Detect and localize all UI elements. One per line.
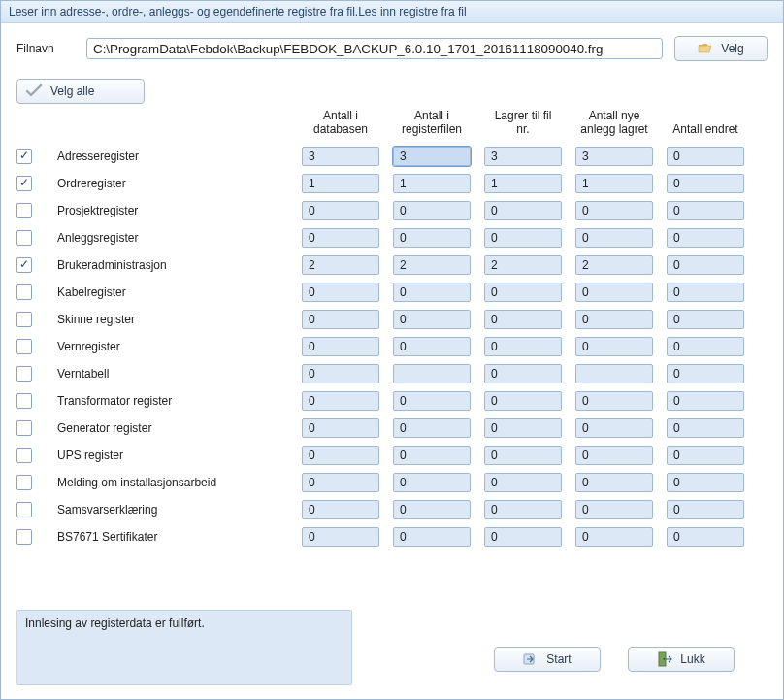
value-cell[interactable]: 0 (575, 473, 653, 492)
value-cell[interactable]: 0 (302, 337, 379, 356)
row-checkbox[interactable] (16, 230, 32, 246)
value-cell[interactable]: 0 (667, 255, 744, 275)
row-label: Kabelregister (57, 285, 288, 299)
value-cell[interactable]: 0 (302, 310, 379, 329)
value-cell[interactable]: 0 (393, 473, 471, 492)
value-cell[interactable]: 0 (667, 473, 744, 492)
value-cell[interactable]: 2 (575, 255, 653, 275)
row-checkbox[interactable] (16, 339, 32, 354)
value-cell[interactable]: 0 (667, 500, 744, 519)
row-checkbox[interactable] (16, 176, 32, 191)
value-cell[interactable]: 0 (667, 228, 744, 248)
browse-button[interactable]: Velg (674, 36, 768, 61)
value-cell[interactable]: 0 (575, 228, 653, 248)
value-cell[interactable]: 0 (667, 147, 744, 166)
value-cell[interactable]: 0 (302, 228, 379, 248)
row-label: Vernregister (57, 340, 288, 353)
value-cell[interactable]: 0 (667, 201, 744, 220)
value-cell[interactable]: 0 (484, 446, 562, 465)
row-checkbox[interactable] (16, 149, 32, 164)
value-cell[interactable]: 2 (302, 255, 379, 275)
value-cell[interactable]: 0 (302, 473, 379, 492)
value-cell[interactable]: 0 (302, 201, 379, 220)
value-cell[interactable]: 0 (484, 283, 562, 302)
value-cell[interactable]: 0 (667, 337, 744, 356)
value-cell[interactable]: 0 (393, 310, 471, 329)
value-cell[interactable]: 0 (484, 527, 562, 547)
value-cell[interactable]: 0 (393, 228, 471, 248)
select-all-button[interactable]: Velg alle (16, 79, 145, 104)
value-cell[interactable]: 3 (302, 147, 379, 166)
value-cell[interactable]: 1 (575, 174, 653, 193)
value-cell[interactable]: 3 (393, 147, 471, 166)
value-cell[interactable]: 0 (484, 500, 562, 519)
value-cell[interactable]: 0 (575, 337, 653, 356)
value-cell[interactable]: 2 (484, 255, 562, 275)
row-checkbox[interactable] (16, 366, 32, 382)
value-cell[interactable]: 0 (575, 500, 653, 519)
value-cell[interactable] (393, 364, 471, 383)
row-checkbox[interactable] (16, 257, 32, 273)
value-cell[interactable]: 0 (302, 391, 379, 411)
value-cell[interactable]: 0 (484, 337, 562, 356)
row-checkbox[interactable] (16, 420, 32, 436)
value-cell[interactable]: 0 (393, 337, 471, 356)
value-cell[interactable]: 0 (302, 418, 379, 438)
value-cell[interactable]: 0 (667, 446, 744, 465)
value-cell[interactable]: 0 (484, 228, 562, 248)
value-cell[interactable]: 0 (393, 418, 471, 438)
value-cell[interactable]: 0 (575, 418, 653, 438)
value-cell[interactable]: 0 (575, 201, 653, 220)
value-cell[interactable]: 0 (302, 446, 379, 465)
value-cell[interactable]: 0 (484, 391, 562, 411)
value-cell[interactable]: 0 (667, 283, 744, 302)
value-cell[interactable]: 1 (484, 174, 562, 193)
value-cell[interactable]: 0 (484, 418, 562, 438)
row-checkbox[interactable] (16, 448, 32, 463)
value-cell[interactable]: 0 (667, 391, 744, 411)
value-cell[interactable]: 0 (667, 174, 744, 193)
value-cell[interactable]: 0 (575, 283, 653, 302)
select-all-label: Velg alle (50, 84, 94, 98)
value-cell[interactable]: 0 (484, 473, 562, 492)
value-cell[interactable]: 0 (667, 310, 744, 329)
value-cell[interactable]: 1 (302, 174, 379, 193)
value-cell[interactable]: 0 (575, 310, 653, 329)
value-cell[interactable]: 0 (393, 527, 471, 547)
value-cell[interactable]: 0 (667, 527, 744, 547)
value-cell[interactable]: 0 (393, 391, 471, 411)
value-cell[interactable] (575, 364, 653, 383)
row-checkbox[interactable] (16, 529, 32, 545)
row-checkbox[interactable] (16, 312, 32, 327)
value-cell[interactable]: 0 (484, 201, 562, 220)
start-button[interactable]: Start (494, 647, 601, 672)
value-cell[interactable]: 0 (575, 446, 653, 465)
value-cell[interactable]: 0 (302, 500, 379, 519)
value-cell[interactable]: 0 (302, 364, 379, 383)
file-path-input[interactable] (86, 38, 663, 59)
value-cell[interactable]: 1 (393, 174, 471, 193)
value-cell[interactable]: 0 (393, 283, 471, 302)
value-cell[interactable]: 0 (484, 310, 562, 329)
file-label: Filnavn (16, 42, 75, 55)
value-cell[interactable]: 0 (302, 527, 379, 547)
value-cell[interactable]: 0 (302, 283, 379, 302)
value-cell[interactable]: 0 (575, 391, 653, 411)
value-cell[interactable]: 0 (667, 364, 744, 383)
row-checkbox[interactable] (16, 502, 32, 517)
value-cell[interactable]: 0 (393, 446, 471, 465)
value-cell[interactable]: 2 (393, 255, 471, 275)
value-cell[interactable]: 0 (484, 364, 562, 383)
value-cell[interactable]: 3 (484, 147, 562, 166)
row-checkbox[interactable] (16, 475, 32, 490)
row-checkbox[interactable] (16, 393, 32, 409)
footer-buttons: Start Lukk (494, 647, 735, 672)
value-cell[interactable]: 0 (575, 527, 653, 547)
row-checkbox[interactable] (16, 284, 32, 300)
row-checkbox[interactable] (16, 203, 32, 218)
value-cell[interactable]: 0 (667, 418, 744, 438)
value-cell[interactable]: 3 (575, 147, 653, 166)
value-cell[interactable]: 0 (393, 500, 471, 519)
close-button[interactable]: Lukk (628, 647, 735, 672)
value-cell[interactable]: 0 (393, 201, 471, 220)
